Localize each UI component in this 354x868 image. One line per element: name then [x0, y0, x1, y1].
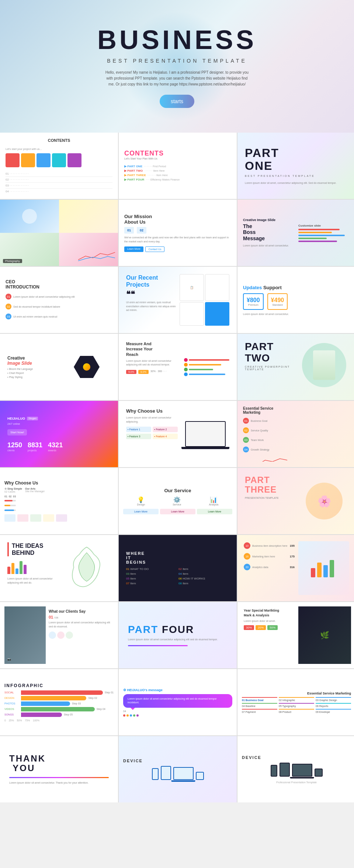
slide-stats-gradient: HEIJIALUO Slogan 24/7 online Start Now! … [0, 401, 118, 467]
slide-6-title: Creative Image Slide [243, 218, 295, 222]
slide-17-title: Our Service [123, 488, 232, 493]
hero-description: Hello, everyone! My name is Heijialuo. I… [103, 70, 251, 87]
slide-27-title: Essential Service Marketing [242, 692, 351, 695]
heijialuo-label: HEIJIALUO [7, 417, 25, 420]
slide-18-title: PARTTHREE [245, 475, 296, 495]
svg-rect-0 [311, 568, 315, 577]
watch-device-dark [315, 769, 323, 777]
slide-10-title: CreativeImage Slide [7, 356, 59, 366]
slide-9-title: Updates Support [243, 285, 282, 290]
slide-1-title: CONTENTS [6, 138, 112, 143]
slide-6-subtitle: TheBossMessage [243, 223, 295, 242]
phone-device-dark [271, 765, 277, 777]
slide-29-title: DEVICE [123, 759, 143, 763]
slide-24-title: Year Special MartktingMark & Analysis [244, 608, 296, 617]
svg-rect-3 [330, 560, 334, 577]
slide-2-title: CONTENTS [124, 150, 164, 157]
slide-part-one: PARTONE BEST PRESENTATION TEMPLATE Lorem… [237, 133, 354, 199]
slide-8-title: Our RecentProjects [126, 274, 176, 288]
slide-11-title: Measure AndIncrease YourReach [126, 341, 180, 357]
slide-mission: Our MissionAbout Us 01 02 We've connecte… [119, 200, 237, 266]
slide-22-title: What our Clients Say [49, 609, 111, 613]
slide-measure: Measure AndIncrease YourReach Lorem ipsu… [119, 334, 237, 400]
slide-essential-marketing: Essential Service Marketing 01 Business … [237, 669, 354, 735]
slide-chart-data: 10 Business item description here 155 16… [237, 535, 354, 601]
slide-boss: Creative Image Slide TheBossMessage Lore… [237, 200, 354, 266]
slide-12-subtitle: CREATIVE POWERPOINT TEMPLATE [245, 365, 296, 371]
slide-7-title: CEOINTRODUCTION [6, 279, 39, 290]
slide-our-service: Our Service 💡 Design ⚙️ Service 📊 Analys… [119, 468, 237, 534]
slide-15-title: Essential ServiceMarketing [243, 406, 273, 414]
slide-ceo: CEOINTRODUCTION 01 Lorem ipsum dolor sit… [0, 267, 118, 333]
slide-where-begins: WHEREITBEGINS 01 WHAT TO DO 02 Item 03 I… [119, 535, 237, 601]
slide-essential-service: Essential ServiceMarketing 01 Business G… [237, 401, 354, 467]
slide-device-color: DEVICE [119, 736, 237, 802]
slide-3-title: PARTONE [245, 147, 279, 172]
slide-part-four: PART FOUR Lorem ipsum dolor sit amet con… [119, 602, 237, 668]
slide-19-title: THE IDEASBEHIND [7, 542, 59, 556]
phone-device [152, 768, 159, 780]
slide-contents-white: CONTENTS Let's start your project with u… [0, 133, 118, 199]
slide-year-marketing: Year Special MartktingMark & Analysis Lo… [237, 602, 354, 668]
slide-part-three: PARTTHREE PRESENTATION TEMPLATE 🌸 [237, 468, 354, 534]
slide-16-title: Why Choose Us [4, 480, 38, 486]
slide-part-two: PARTTWO CREATIVE POWERPOINT TEMPLATE [237, 334, 354, 400]
slide-25-title: INFOGRAPHIC [4, 683, 44, 688]
slide-14-title: Why Choose Us [126, 408, 178, 414]
svg-rect-1 [317, 563, 322, 577]
slide-28-title: THANK YOU [9, 754, 109, 773]
slide-3-subtitle: BEST PRESENTATION TEMPLATE [245, 175, 315, 177]
hexagon-icon [74, 356, 100, 378]
slide-ideas: THE IDEASBEHIND Lorem ipsum dolor sit am… [0, 535, 118, 601]
photography-label: Photography [3, 259, 22, 263]
price-2: ¥490 [271, 297, 284, 304]
slide-26-title: ⚙ HEIJIALUO's message [123, 688, 163, 692]
hero-section: BUSINESS BEST PRESENTATION TEMPLATE Hell… [0, 0, 354, 133]
slide-what-clients: 📷 What our Clients Say 01 / 04 Lorem ips… [0, 602, 118, 668]
laptop-device-dark [292, 764, 312, 777]
watch-device [196, 772, 204, 780]
slide-projects: Our RecentProjects ❝❝ Ut enim ad minim v… [119, 267, 237, 333]
slide-infographic: INFOGRAPHIC SOCIAL Step 01 DESIGN Step 0… [0, 669, 118, 735]
tablet-device-dark [280, 763, 290, 777]
hero-subtitle: BEST PRESENTATION TEMPLATE [107, 58, 247, 64]
slide-why-us-2: Why Choose Us ☆ Sing Simple 02 Cases Our… [0, 468, 118, 534]
stat-3: 4321 [48, 441, 63, 449]
starts-button[interactable]: starts [160, 95, 194, 108]
slides-grid: CONTENTS Let's start your project with u… [0, 133, 354, 802]
laptop-mockup [185, 421, 226, 447]
slide-5-title: Our MissionAbout Us [124, 214, 152, 225]
slide-device-dark: DEVICE Professional Presentation Templat… [237, 736, 354, 802]
slide-1-lines: Let's start your project with us... 01 ·… [6, 148, 112, 194]
slide-12-title: PARTTWO [245, 341, 296, 364]
slide-thank-you: THANK YOU Lorem ipsum dolor sit amet con… [0, 736, 118, 802]
stat-1: 1250 [7, 441, 22, 449]
tablet-device [161, 766, 171, 780]
slide-heijialuo-message: ⚙ HEIJIALUO's message Lorem ipsum dolor … [119, 669, 237, 735]
laptop-device [173, 767, 194, 780]
slide-20-title: WHEREITBEGINS [126, 551, 229, 564]
hero-title: BUSINESS [97, 25, 257, 55]
slide-30-title: DEVICE [242, 755, 261, 760]
stat-2: 8831 [28, 441, 42, 449]
svg-rect-2 [323, 565, 328, 577]
slide-updates: Updates Support ¥800 Premium ¥490 Standa… [237, 267, 354, 333]
slide-why-choose: Why Choose Us Lorem ipsum dolor sit amet… [119, 401, 237, 467]
slide-creative-dark: CreativeImage Slide ▪ Bloom the Language… [0, 334, 118, 400]
price-1: ¥800 [247, 297, 260, 304]
slide-2-subtitle: Let's Start Your Plan With Us [124, 157, 157, 160]
slide-23-title: PART FOUR [128, 624, 228, 636]
slide-contents-color: CONTENTS Let's Start Your Plan With Us ▶… [119, 133, 237, 199]
slide-photography: Photography [0, 200, 118, 266]
